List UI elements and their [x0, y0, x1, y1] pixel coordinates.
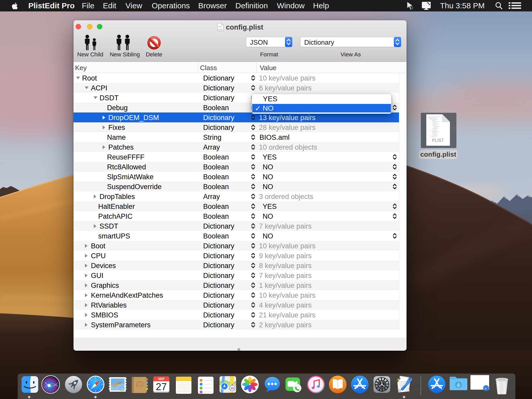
- svg-text:PLIST: PLIST: [432, 138, 444, 143]
- svg-text:PLIST: PLIST: [218, 29, 222, 30]
- svg-text:SEP: SEP: [158, 377, 164, 381]
- svg-text:27: 27: [156, 381, 167, 392]
- svg-text:3D: 3D: [230, 387, 234, 390]
